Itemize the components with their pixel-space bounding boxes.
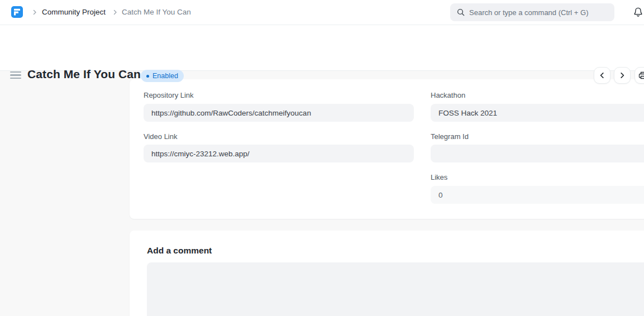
hackathon-input[interactable] (431, 104, 644, 122)
hackathon-label: Hackathon (431, 91, 465, 99)
global-search[interactable] (450, 3, 614, 21)
print-button[interactable] (635, 67, 644, 84)
frappe-logo-icon (11, 6, 23, 18)
breadcrumb-parent[interactable]: Community Project (42, 8, 106, 16)
comments-card: Add a comment (130, 231, 644, 316)
frappe-logo[interactable] (11, 6, 23, 18)
page-header: Catch Me If You Can Enabled (0, 25, 644, 71)
chevron-right-icon (112, 9, 118, 16)
status-badge-label: Enabled (152, 72, 178, 80)
repository-link-label: Repository Link (144, 91, 194, 99)
top-navbar: Community Project Catch Me If You Can (0, 0, 644, 25)
repository-link-input[interactable] (144, 104, 414, 122)
comment-input[interactable] (147, 262, 644, 316)
likes-input[interactable] (431, 186, 644, 204)
next-document-button[interactable] (614, 67, 631, 84)
search-input[interactable] (469, 8, 608, 17)
sidebar-toggle-icon[interactable] (10, 71, 21, 79)
notifications-button[interactable] (633, 7, 644, 18)
status-dot-icon (146, 75, 149, 78)
chevron-left-icon (598, 71, 606, 79)
search-icon (457, 8, 465, 16)
video-link-label: Video Link (144, 132, 177, 141)
printer-icon (638, 71, 644, 80)
likes-label: Likes (431, 173, 447, 181)
add-comment-heading: Add a comment (147, 246, 212, 256)
chevron-right-icon (31, 9, 38, 16)
breadcrumb-current[interactable]: Catch Me If You Can (122, 8, 191, 16)
telegram-id-label: Telegram Id (431, 132, 469, 141)
status-badge: Enabled (141, 70, 184, 82)
chevron-right-icon (618, 71, 626, 79)
project-details-card: Repository Link Video Link Hackathon Tel… (130, 79, 644, 219)
page-title: Catch Me If You Can (27, 68, 141, 81)
video-link-input[interactable] (144, 145, 414, 162)
telegram-id-input[interactable] (431, 145, 644, 162)
bell-icon (633, 7, 643, 17)
previous-document-button[interactable] (594, 67, 610, 84)
